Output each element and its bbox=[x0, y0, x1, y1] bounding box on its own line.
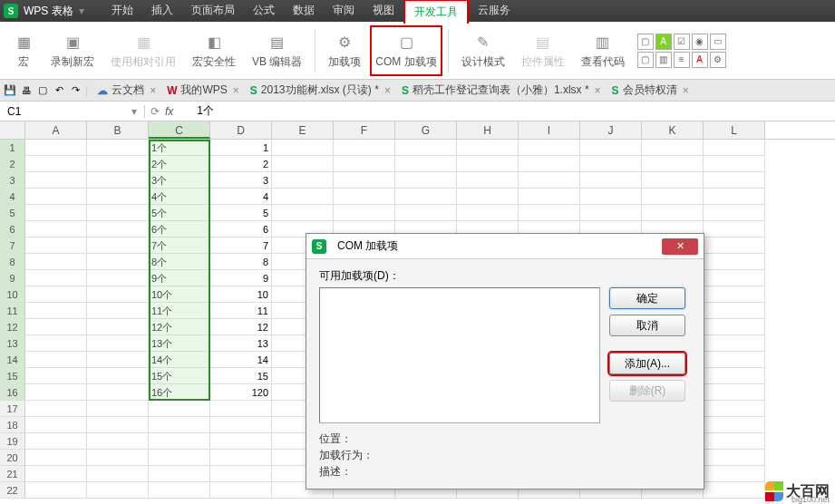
cell-L1[interactable] bbox=[704, 140, 765, 156]
cell-J5[interactable] bbox=[580, 205, 642, 221]
cell-C13[interactable]: 13个 bbox=[149, 335, 210, 352]
cell-L16[interactable] bbox=[704, 384, 765, 401]
cell-D11[interactable]: 11 bbox=[210, 303, 272, 319]
row-header[interactable]: 16 bbox=[0, 384, 25, 401]
cell-B22[interactable] bbox=[87, 482, 149, 499]
cell-A21[interactable] bbox=[25, 466, 87, 482]
col-header-F[interactable]: F bbox=[334, 121, 395, 139]
cell-L9[interactable] bbox=[704, 270, 765, 286]
cell-C10[interactable]: 10个 bbox=[149, 286, 210, 303]
save-icon[interactable]: 💾 bbox=[4, 84, 16, 97]
cell-B15[interactable] bbox=[87, 368, 149, 384]
addins-listbox[interactable] bbox=[319, 287, 600, 423]
dropdown-icon[interactable]: ▾ bbox=[79, 5, 84, 17]
cell-E3[interactable] bbox=[272, 172, 334, 189]
doc-tab-3[interactable]: S稻壳工作登记查询表（小雅）1.xlsx *× bbox=[396, 81, 607, 100]
cell-C17[interactable] bbox=[149, 401, 210, 417]
preview-icon[interactable]: ▢ bbox=[36, 84, 49, 97]
cell-E2[interactable] bbox=[272, 156, 334, 172]
row-header[interactable]: 18 bbox=[0, 417, 25, 433]
row-header[interactable]: 7 bbox=[0, 237, 25, 254]
cell-L4[interactable] bbox=[704, 189, 765, 205]
cell-F3[interactable] bbox=[334, 172, 395, 189]
cell-B12[interactable] bbox=[87, 319, 149, 335]
cell-C8[interactable]: 8个 bbox=[149, 254, 210, 270]
cell-E4[interactable] bbox=[272, 189, 334, 205]
row-header[interactable]: 13 bbox=[0, 335, 25, 352]
cell-F2[interactable] bbox=[334, 156, 395, 172]
col-header-H[interactable]: H bbox=[457, 121, 519, 139]
small-btn[interactable]: A bbox=[692, 52, 708, 68]
ribbon-宏[interactable]: ▦宏 bbox=[5, 25, 42, 76]
row-header[interactable]: 14 bbox=[0, 352, 25, 368]
cell-B7[interactable] bbox=[87, 237, 149, 254]
cell-C21[interactable] bbox=[149, 466, 210, 482]
menu-tab-3[interactable]: 公式 bbox=[244, 0, 284, 24]
cell-C3[interactable]: 3个 bbox=[149, 172, 210, 189]
cell-D16[interactable]: 120 bbox=[210, 384, 272, 401]
fx-icon[interactable]: fx bbox=[165, 105, 173, 118]
row-header[interactable]: 9 bbox=[0, 270, 25, 286]
cell-G3[interactable] bbox=[395, 172, 457, 189]
close-icon[interactable]: × bbox=[683, 84, 689, 97]
cell-L21[interactable] bbox=[704, 466, 765, 482]
cell-D17[interactable] bbox=[210, 401, 272, 417]
undo-icon[interactable]: ↶ bbox=[53, 84, 65, 97]
cell-D4[interactable]: 4 bbox=[210, 189, 272, 205]
cell-B1[interactable] bbox=[87, 140, 149, 156]
row-header[interactable]: 20 bbox=[0, 450, 25, 466]
cell-C7[interactable]: 7个 bbox=[149, 237, 210, 254]
cell-C12[interactable]: 12个 bbox=[149, 319, 210, 335]
cell-C15[interactable]: 15个 bbox=[149, 368, 210, 384]
cell-A20[interactable] bbox=[25, 450, 87, 466]
cell-G1[interactable] bbox=[395, 140, 457, 156]
cell-D15[interactable]: 15 bbox=[210, 368, 272, 384]
small-btn[interactable]: A bbox=[655, 34, 672, 50]
cancel-button[interactable]: 取消 bbox=[609, 315, 685, 336]
cell-K1[interactable] bbox=[642, 140, 704, 156]
col-header-C[interactable]: C bbox=[149, 121, 210, 139]
ribbon-宏安全性[interactable]: ◧宏安全性 bbox=[185, 25, 243, 76]
cell-L11[interactable] bbox=[704, 303, 765, 319]
menu-tab-2[interactable]: 页面布局 bbox=[182, 0, 244, 24]
small-btn[interactable]: ▢ bbox=[637, 52, 654, 68]
cell-I5[interactable] bbox=[519, 205, 580, 221]
row-header[interactable]: 17 bbox=[0, 401, 25, 417]
cell-A1[interactable] bbox=[25, 140, 87, 156]
cell-A2[interactable] bbox=[25, 156, 87, 172]
row-header[interactable]: 10 bbox=[0, 286, 25, 303]
cell-L14[interactable] bbox=[704, 352, 765, 368]
cell-D1[interactable]: 1 bbox=[210, 140, 272, 156]
cell-D8[interactable]: 8 bbox=[210, 254, 272, 270]
cell-F5[interactable] bbox=[334, 205, 395, 221]
cell-A15[interactable] bbox=[25, 368, 87, 384]
cell-A8[interactable] bbox=[25, 254, 87, 270]
cell-B3[interactable] bbox=[87, 172, 149, 189]
cell-D22[interactable] bbox=[210, 482, 272, 499]
row-header[interactable]: 21 bbox=[0, 466, 25, 482]
row-header[interactable]: 19 bbox=[0, 433, 25, 450]
row-header[interactable]: 11 bbox=[0, 303, 25, 319]
cell-D3[interactable]: 3 bbox=[210, 172, 272, 189]
row-header[interactable]: 4 bbox=[0, 189, 25, 205]
col-header-A[interactable]: A bbox=[25, 121, 87, 139]
cell-F1[interactable] bbox=[334, 140, 395, 156]
row-header[interactable]: 5 bbox=[0, 205, 25, 221]
cell-C19[interactable] bbox=[149, 433, 210, 450]
menu-tab-0[interactable]: 开始 bbox=[102, 0, 142, 24]
cell-J2[interactable] bbox=[580, 156, 642, 172]
cell-A14[interactable] bbox=[25, 352, 87, 368]
cell-A11[interactable] bbox=[25, 303, 87, 319]
cell-J1[interactable] bbox=[580, 140, 642, 156]
cell-C5[interactable]: 5个 bbox=[149, 205, 210, 221]
cell-C18[interactable] bbox=[149, 417, 210, 433]
cell-D6[interactable]: 6 bbox=[210, 221, 272, 237]
ok-button[interactable]: 确定 bbox=[609, 287, 685, 309]
cell-A6[interactable] bbox=[25, 221, 87, 237]
cell-B9[interactable] bbox=[87, 270, 149, 286]
cell-D20[interactable] bbox=[210, 450, 272, 466]
cell-D2[interactable]: 2 bbox=[210, 156, 272, 172]
row-header[interactable]: 2 bbox=[0, 156, 25, 172]
name-box[interactable]: C1 ▾ bbox=[0, 105, 145, 118]
cell-H5[interactable] bbox=[457, 205, 519, 221]
